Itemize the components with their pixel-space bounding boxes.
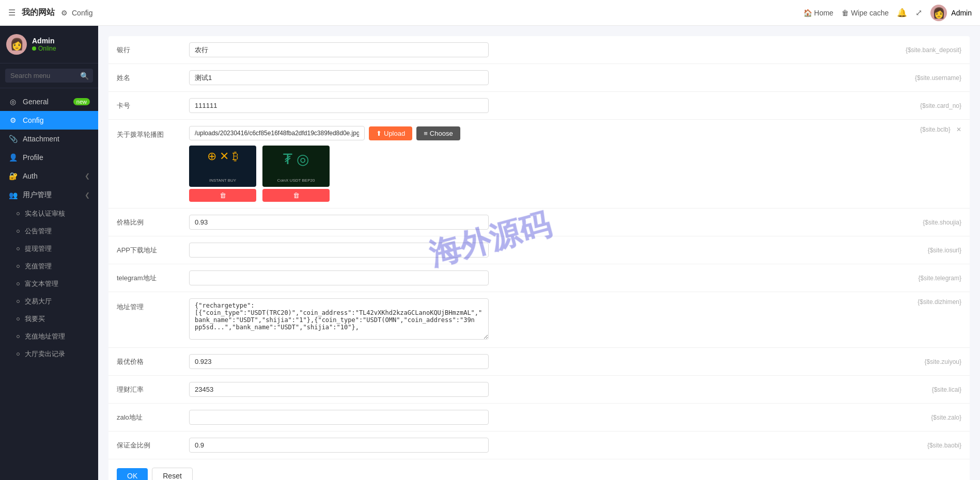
delete-image-2-button[interactable]: 🗑 <box>262 189 330 202</box>
telegram-control <box>189 270 961 285</box>
address-mgmt-var: {$site.dizhimen} <box>917 298 961 306</box>
sidebar-item-withdrawal[interactable]: 提现管理 <box>0 240 98 258</box>
user-mgmt-label: 用户管理 <box>23 190 52 200</box>
kyc-dot <box>17 212 20 215</box>
sidebar-nav: ◎ General new ⚙ Config 📎 Attachment <box>0 88 98 480</box>
reset-button[interactable]: Reset <box>152 468 193 480</box>
menu-toggle-icon[interactable]: ☰ <box>8 8 15 18</box>
finance-rate-label: 理财汇率 <box>117 382 189 394</box>
announcement-label: 公告管理 <box>25 227 52 236</box>
form-row-app-url: APP下载地址 {$site.iosurl} <box>108 236 970 264</box>
home-link[interactable]: 🏠 Home <box>803 9 833 17</box>
search-icon[interactable]: 🔍 <box>80 72 89 80</box>
config-gear-icon: ⚙ <box>61 9 68 17</box>
zalo-label: zalo地址 <box>117 410 189 422</box>
hall-records-label: 大厅卖出记录 <box>25 349 65 359</box>
cardno-input[interactable] <box>189 98 489 113</box>
home-label: Home <box>814 9 833 17</box>
form-row-price-ratio: 价格比例 {$site.shoujia} <box>108 209 970 236</box>
layout: 👩 Admin Online 🔍 ◎ General <box>0 26 980 480</box>
delete-image-1-button[interactable]: 🗑 <box>189 189 256 202</box>
app-url-var: {$site.iosurl} <box>928 247 961 254</box>
sidebar-item-auth[interactable]: 🔐 Auth ❮ <box>0 167 98 185</box>
sidebar-item-hall-records[interactable]: 大厅卖出记录 <box>0 345 98 363</box>
form-row-finance-rate: 理财汇率 {$site.licai} <box>108 376 970 404</box>
sidebar-item-recharge-addr[interactable]: 充值地址管理 <box>0 328 98 345</box>
image-thumb-2 <box>262 146 330 187</box>
sidebar-item-profile[interactable]: 👤 Profile <box>0 148 98 167</box>
carousel-path-input[interactable] <box>189 126 365 140</box>
finance-rate-control <box>189 382 961 397</box>
withdrawal-dot <box>17 247 20 250</box>
notifications-icon[interactable]: 🔔 <box>897 8 907 18</box>
profile-icon: 👤 <box>8 153 18 162</box>
choose-button[interactable]: ≡ Choose <box>416 126 460 140</box>
withdrawal-label: 提现管理 <box>25 244 52 253</box>
ok-button[interactable]: OK <box>117 468 148 480</box>
address-mgmt-textarea[interactable]: {"rechargetype":[{"coin_type":"USDT(TRC2… <box>189 298 489 340</box>
sidebar-search-container: 🔍 <box>0 63 98 88</box>
sidebar-item-recharge[interactable]: 充值管理 <box>0 258 98 275</box>
bank-var: {$site.bank_deposit} <box>906 46 961 54</box>
form-row-cardno: 卡号 {$site.card_no} <box>108 92 970 120</box>
topbar-left: ☰ 我的网站 ⚙ Config <box>8 7 92 18</box>
home-icon: 🏠 <box>803 9 812 17</box>
name-control <box>189 70 961 85</box>
topbar: ☰ 我的网站 ⚙ Config 🏠 Home 🗑 Wipe cache 🔔 ⤢ … <box>0 0 980 26</box>
bank-label: 银行 <box>117 42 189 55</box>
sidebar-item-kyc[interactable]: 实名认证审核 <box>0 205 98 222</box>
recharge-addr-label: 充值地址管理 <box>25 332 65 341</box>
upload-button[interactable]: ⬆ Upload <box>369 126 412 140</box>
upload-row: ⬆ Upload ≡ Choose <box>189 126 961 140</box>
margin-control <box>189 438 961 453</box>
form-buttons: OK Reset <box>108 459 970 480</box>
zalo-input[interactable] <box>189 410 489 425</box>
user-info: Admin Online <box>32 37 56 52</box>
upload-icon: ⬆ <box>376 130 382 137</box>
sidebar-item-attachment[interactable]: 📎 Attachment <box>0 130 98 148</box>
best-price-control <box>189 354 961 369</box>
bank-input[interactable] <box>189 42 489 57</box>
margin-var: {$site.baobi} <box>927 442 961 449</box>
topbar-right: 🏠 Home 🗑 Wipe cache 🔔 ⤢ 👩 Admin <box>803 5 972 21</box>
auth-label: Auth <box>23 172 38 180</box>
admin-name-label: Admin <box>951 9 972 17</box>
finance-rate-input[interactable] <box>189 382 489 397</box>
sidebar-item-fuben[interactable]: 富文本管理 <box>0 275 98 293</box>
margin-input[interactable] <box>189 438 489 453</box>
name-input[interactable] <box>189 70 489 85</box>
app-url-label: APP下载地址 <box>117 243 189 255</box>
name-var: {$site.username} <box>915 74 961 82</box>
sidebar-item-trading[interactable]: 交易大厅 <box>0 293 98 310</box>
config-label: Config <box>23 116 43 124</box>
fuben-dot <box>17 282 20 285</box>
best-price-input[interactable] <box>189 354 489 369</box>
sidebar-item-user-mgmt[interactable]: 👥 用户管理 ❮ <box>0 185 98 205</box>
price-ratio-input[interactable] <box>189 215 489 230</box>
admin-info[interactable]: 👩 Admin <box>930 5 972 21</box>
sidebar-item-general[interactable]: ◎ General new <box>0 92 98 111</box>
app-url-control <box>189 243 961 258</box>
price-ratio-control <box>189 215 961 230</box>
new-badge: new <box>73 98 90 105</box>
sidebar-item-config[interactable]: ⚙ Config <box>0 111 98 130</box>
carousel-control: ⬆ Upload ≡ Choose 🗑 <box>189 126 961 202</box>
attachment-icon: 📎 <box>8 135 18 143</box>
auth-icon: 🔐 <box>8 172 18 180</box>
sidebar-item-buy[interactable]: 我要买 <box>0 310 98 328</box>
sidebar-item-announcement[interactable]: 公告管理 <box>0 222 98 240</box>
price-ratio-var: {$site.shoujia} <box>923 219 961 226</box>
close-icon[interactable]: ✕ <box>956 126 961 133</box>
form-row-zalo: zalo地址 {$site.zalo} <box>108 404 970 431</box>
wipe-cache-link[interactable]: 🗑 Wipe cache <box>842 9 889 17</box>
hall-records-dot <box>17 353 20 356</box>
cardno-var: {$site.card_no} <box>920 102 961 109</box>
form-row-telegram: telegram地址 {$site.telegram} <box>108 264 970 292</box>
form-row-carousel: 关于拨萃轮播图 ⬆ Upload ≡ Choose <box>108 120 970 209</box>
expand-icon[interactable]: ⤢ <box>915 8 922 18</box>
trading-dot <box>17 300 20 303</box>
choose-icon: ≡ <box>424 130 428 137</box>
carousel-var: {$site.bclb} ✕ <box>920 126 961 133</box>
app-url-input[interactable] <box>189 243 489 258</box>
telegram-input[interactable] <box>189 270 489 285</box>
